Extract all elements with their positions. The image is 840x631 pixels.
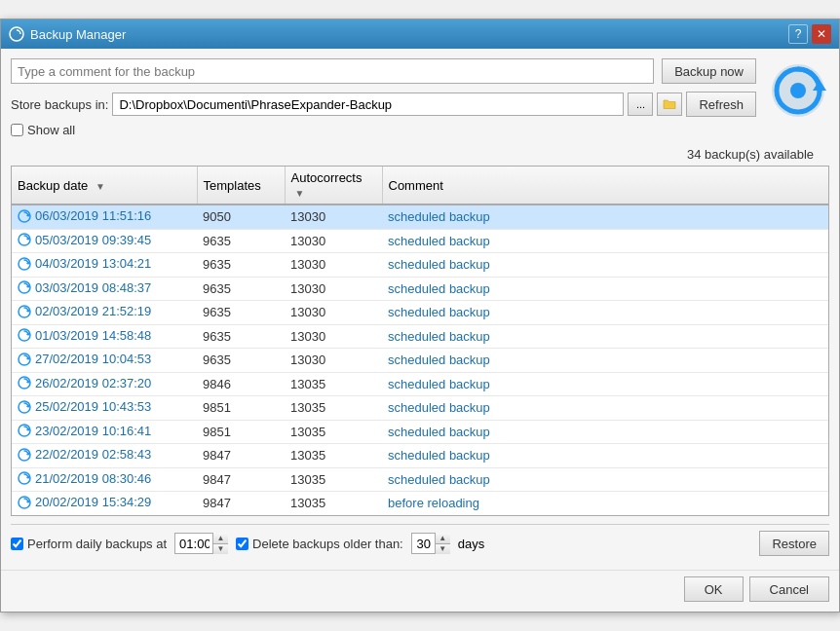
- comment-row: Backup now: [11, 58, 756, 84]
- footer-right: Restore: [759, 531, 829, 556]
- main-content: Backup now Store backups in: ... Refresh: [1, 49, 839, 570]
- table-row[interactable]: 20/02/2019 15:34:29 984713035before relo…: [12, 492, 828, 516]
- time-spinner[interactable]: ▲ ▼: [174, 533, 228, 554]
- svg-point-0: [10, 27, 23, 41]
- daily-backup-label[interactable]: Perform daily backups at: [11, 537, 167, 551]
- backup-table-container[interactable]: Backup date ▼ Templates Autocorrects ▼ C…: [11, 166, 829, 516]
- table-row[interactable]: 20/02/2019 10:03:48 984513035scheduled b…: [12, 515, 828, 516]
- open-folder-button[interactable]: [657, 93, 682, 116]
- show-all-label[interactable]: Show all: [27, 123, 75, 137]
- folder-icon: [663, 98, 676, 110]
- refresh-button[interactable]: Refresh: [686, 92, 756, 117]
- time-spin-down[interactable]: ▼: [213, 544, 228, 555]
- dialog-bottom: OK Cancel: [1, 570, 839, 612]
- backup-now-button[interactable]: Backup now: [662, 58, 756, 84]
- browse-button[interactable]: ...: [628, 93, 653, 116]
- help-button[interactable]: ?: [788, 24, 808, 44]
- title-bar-left: Backup Manager: [9, 26, 126, 42]
- available-count: 34 backup(s) available: [11, 147, 829, 162]
- store-row: Store backups in: ... Refresh: [11, 92, 756, 117]
- footer-left: Perform daily backups at ▲ ▼ Delete back…: [11, 533, 484, 554]
- backup-icon: [18, 233, 31, 246]
- table-row[interactable]: 05/03/2019 09:39:45 963513030scheduled b…: [12, 229, 828, 253]
- window-title: Backup Manager: [30, 27, 126, 42]
- logo-area: [766, 58, 829, 122]
- table-row[interactable]: 21/02/2019 08:30:46 984713035scheduled b…: [12, 467, 828, 492]
- backup-icon: [18, 496, 31, 509]
- col-templates[interactable]: Templates: [197, 167, 285, 204]
- table-row[interactable]: 03/03/2019 08:48:37 963513030scheduled b…: [12, 277, 828, 301]
- cancel-button[interactable]: Cancel: [749, 576, 829, 602]
- backup-icon: [18, 376, 31, 390]
- days-spinner[interactable]: ▲ ▼: [411, 533, 450, 554]
- backup-icon: [18, 353, 31, 366]
- table-row[interactable]: 02/03/2019 21:52:19 963513030scheduled b…: [12, 301, 828, 325]
- close-button[interactable]: ✕: [812, 24, 831, 44]
- comment-input[interactable]: [11, 58, 654, 84]
- backup-icon: [18, 305, 31, 318]
- footer-controls: Perform daily backups at ▲ ▼ Delete back…: [11, 524, 829, 560]
- backup-icon: [18, 328, 31, 342]
- sort-icon-date: ▼: [95, 181, 105, 192]
- days-label: days: [458, 537, 484, 551]
- col-comment[interactable]: Comment: [382, 167, 828, 204]
- backup-icon: [18, 209, 31, 223]
- backup-icon: [18, 471, 31, 485]
- ok-button[interactable]: OK: [684, 576, 744, 602]
- table-header-row: Backup date ▼ Templates Autocorrects ▼ C…: [12, 167, 828, 204]
- col-date[interactable]: Backup date ▼: [12, 167, 197, 204]
- backup-icon: [18, 400, 31, 414]
- app-logo: [770, 62, 826, 119]
- backup-table: Backup date ▼ Templates Autocorrects ▼ C…: [12, 167, 828, 516]
- store-path-input[interactable]: [112, 93, 624, 116]
- restore-button[interactable]: Restore: [759, 531, 829, 556]
- show-all-checkbox[interactable]: [11, 124, 23, 136]
- backup-icon: [18, 280, 31, 294]
- table-row[interactable]: 23/02/2019 10:16:41 985113035scheduled b…: [12, 420, 828, 444]
- delete-backup-checkbox[interactable]: [236, 538, 248, 550]
- table-body: 06/03/2019 11:51:16 905013030scheduled b…: [12, 204, 828, 516]
- table-row[interactable]: 01/03/2019 14:58:48 963513030scheduled b…: [12, 324, 828, 349]
- table-row[interactable]: 26/02/2019 02:37:20 984613035scheduled b…: [12, 372, 828, 396]
- table-row[interactable]: 04/03/2019 13:04:21 963513030scheduled b…: [12, 253, 828, 278]
- table-row[interactable]: 22/02/2019 02:58:43 984713035scheduled b…: [12, 444, 828, 468]
- daily-backup-checkbox[interactable]: [11, 538, 23, 550]
- title-bar-controls: ? ✕: [788, 24, 831, 44]
- backup-manager-window: Backup Manager ? ✕ Backup now Store back…: [0, 19, 840, 612]
- title-bar: Backup Manager ? ✕: [1, 19, 839, 49]
- show-all-row: Show all: [11, 123, 756, 137]
- col-autocorrects[interactable]: Autocorrects ▼: [285, 167, 382, 204]
- days-spin-up[interactable]: ▲: [436, 533, 450, 544]
- app-icon: [9, 26, 24, 42]
- store-label: Store backups in:: [11, 97, 108, 112]
- backup-icon: [18, 448, 31, 462]
- time-spin-up[interactable]: ▲: [213, 533, 228, 544]
- delete-backup-label[interactable]: Delete backups older than:: [236, 537, 403, 551]
- backup-icon: [18, 424, 31, 437]
- table-row[interactable]: 27/02/2019 10:04:53 963513030scheduled b…: [12, 349, 828, 373]
- table-row[interactable]: 06/03/2019 11:51:16 905013030scheduled b…: [12, 204, 828, 229]
- backup-icon: [18, 257, 31, 271]
- filter-icon-autocorrects: ▼: [295, 188, 305, 199]
- table-row[interactable]: 25/02/2019 10:43:53 985113035scheduled b…: [12, 396, 828, 421]
- svg-point-4: [790, 83, 806, 98]
- days-spin-down[interactable]: ▼: [436, 544, 450, 555]
